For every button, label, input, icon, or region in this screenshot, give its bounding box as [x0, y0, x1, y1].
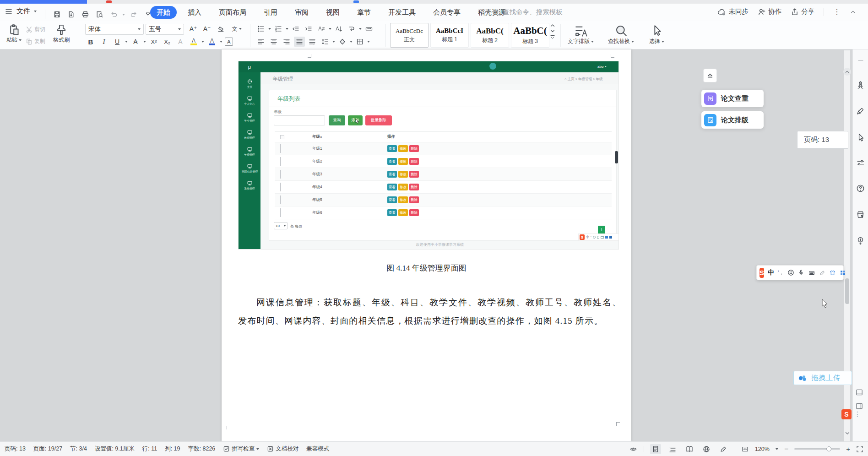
row-view-button[interactable]: 查看 [387, 184, 397, 190]
font-name-select[interactable]: 宋体 [85, 24, 144, 35]
panel-toggle-icon[interactable] [855, 402, 863, 410]
tab-8[interactable]: 会员专享 [427, 6, 467, 19]
book-view-icon[interactable] [684, 444, 695, 454]
keyboard-icon[interactable] [808, 270, 815, 276]
command-search[interactable]: 查找命令、搜索模板 [493, 8, 563, 16]
text-layout-button[interactable]: 文字排版 [568, 24, 594, 45]
bold-button[interactable]: B [85, 37, 96, 47]
strip-handle-icon[interactable] [857, 60, 864, 63]
find-replace-button[interactable]: 查找替换 [608, 24, 634, 45]
emoji-icon[interactable] [787, 269, 794, 276]
font-size-select[interactable]: 五号 [146, 24, 184, 35]
paper-layout-button[interactable]: 论文排版 [701, 111, 764, 129]
style-card-2[interactable]: AaBbC(标题 2 [471, 23, 509, 48]
row-edit-button[interactable]: 修改 [398, 209, 408, 216]
row-del-button[interactable]: 删除 [409, 158, 419, 165]
eye-protect-icon[interactable] [629, 445, 638, 453]
spell-check-toggle[interactable]: 拼写检查 [223, 445, 259, 453]
superscript-button[interactable]: X² [148, 37, 159, 47]
shading-icon[interactable] [337, 37, 348, 47]
style-card-3[interactable]: AaBbC(标题 3 [511, 23, 549, 48]
collapse-ribbon-icon[interactable] [850, 9, 856, 15]
web-view-icon[interactable] [701, 444, 712, 454]
zoom-level[interactable]: 120% [755, 446, 770, 452]
page-view-icon[interactable] [650, 444, 661, 454]
ime-toolbar[interactable]: S 中 ’， [756, 265, 844, 280]
row-del-button[interactable]: 删除 [409, 184, 419, 190]
admin-filter-input[interactable] [274, 115, 325, 125]
strikethrough-chevron-icon[interactable] [143, 41, 146, 43]
cursor-icon[interactable] [857, 133, 865, 141]
zoom-slider-knob[interactable] [826, 446, 831, 451]
row-view-button[interactable]: 查看 [387, 209, 397, 216]
row-checkbox[interactable] [280, 208, 281, 217]
shop-icon[interactable] [856, 210, 865, 219]
row-edit-button[interactable]: 修改 [398, 184, 408, 190]
sogou-mini-logo[interactable]: S [841, 409, 852, 419]
format-painter-button[interactable]: 格式刷 [53, 23, 70, 44]
file-menu-chevron-icon[interactable] [34, 11, 37, 12]
row-view-button[interactable]: 查看 [387, 158, 397, 165]
toolbox-icon[interactable] [840, 270, 846, 276]
status-words[interactable]: 字数: 8226 [188, 445, 216, 453]
zoom-out-button[interactable]: − [784, 445, 788, 453]
row-checkbox[interactable] [280, 170, 281, 179]
admin-sidebar-item-1[interactable]: 个人中心 [239, 96, 260, 106]
eject-panel-button[interactable] [703, 69, 717, 82]
styles-scroll-up-icon[interactable] [550, 24, 555, 27]
scrollbar-thumb[interactable] [845, 278, 849, 304]
tab-0[interactable]: 开始 [150, 6, 177, 19]
select-all-checkbox[interactable] [280, 135, 284, 139]
text-effect-button[interactable]: A [175, 37, 186, 47]
zoom-in-button[interactable]: + [846, 445, 850, 453]
admin-sidebar-item-2[interactable]: 学生管理 [239, 113, 260, 123]
font-color-button[interactable]: A [206, 37, 217, 47]
admin-sidebar-item-3[interactable]: 教师管理 [239, 130, 260, 140]
row-del-button[interactable]: 删除 [409, 171, 419, 178]
tab-7[interactable]: 开发工具 [382, 6, 422, 19]
collaborate-button[interactable]: 协作 [758, 7, 781, 16]
scroll-to-top-button[interactable] [843, 68, 851, 76]
highlight-color-button[interactable]: A [188, 37, 199, 47]
pagination-page-1[interactable]: 1 [598, 226, 605, 234]
bulb-icon[interactable] [856, 236, 865, 245]
sliders-icon[interactable] [856, 159, 865, 167]
sogou-mini-kebab-icon[interactable]: ⋮ [854, 410, 861, 418]
row-view-button[interactable]: 查看 [387, 171, 397, 178]
zoom-chevron-icon[interactable] [776, 448, 778, 450]
sort-icon[interactable] [333, 24, 344, 34]
row-edit-button[interactable]: 修改 [398, 196, 408, 203]
text-direction-icon[interactable] [346, 24, 357, 34]
skin-icon[interactable] [829, 270, 836, 276]
bullet-list-icon[interactable] [255, 24, 266, 34]
tab-6[interactable]: 章节 [351, 6, 377, 19]
styles-more-icon[interactable] [550, 35, 555, 39]
print-preview-icon[interactable] [94, 9, 105, 20]
save-icon[interactable] [51, 9, 62, 20]
style-card-1[interactable]: AaBbCcI标题 1 [430, 23, 469, 48]
increase-indent-icon[interactable] [303, 24, 314, 34]
character-scale-icon[interactable] [316, 24, 327, 34]
row-checkbox[interactable] [280, 195, 281, 204]
align-center-icon[interactable] [268, 37, 279, 47]
sync-status[interactable]: 未同步 [717, 7, 749, 16]
active-window-tab[interactable] [0, 0, 87, 4]
borders-icon[interactable] [354, 37, 365, 47]
tab-5[interactable]: 视图 [320, 6, 346, 19]
row-edit-button[interactable]: 修改 [398, 145, 408, 152]
admin-sidebar-item-4[interactable]: 年级管理 [239, 147, 260, 157]
paper-check-button[interactable]: 论文查重 [701, 90, 764, 107]
panel-toggle-icon[interactable] [855, 388, 863, 396]
copy-button[interactable]: 复制 [26, 38, 45, 45]
file-menu[interactable]: 文件 [16, 7, 30, 16]
numbered-list-icon[interactable] [273, 24, 284, 34]
print-icon[interactable] [80, 9, 91, 20]
undo-chevron-icon[interactable] [122, 14, 125, 16]
undo-icon[interactable] [108, 9, 119, 20]
font-color-chevron-icon[interactable] [220, 41, 222, 43]
row-checkbox[interactable] [280, 144, 281, 153]
outline-view-icon[interactable] [667, 444, 678, 454]
select-tool-button[interactable]: 选择 [649, 24, 664, 45]
punctuation-icon[interactable]: ’， [778, 269, 784, 276]
row-del-button[interactable]: 删除 [409, 145, 419, 152]
